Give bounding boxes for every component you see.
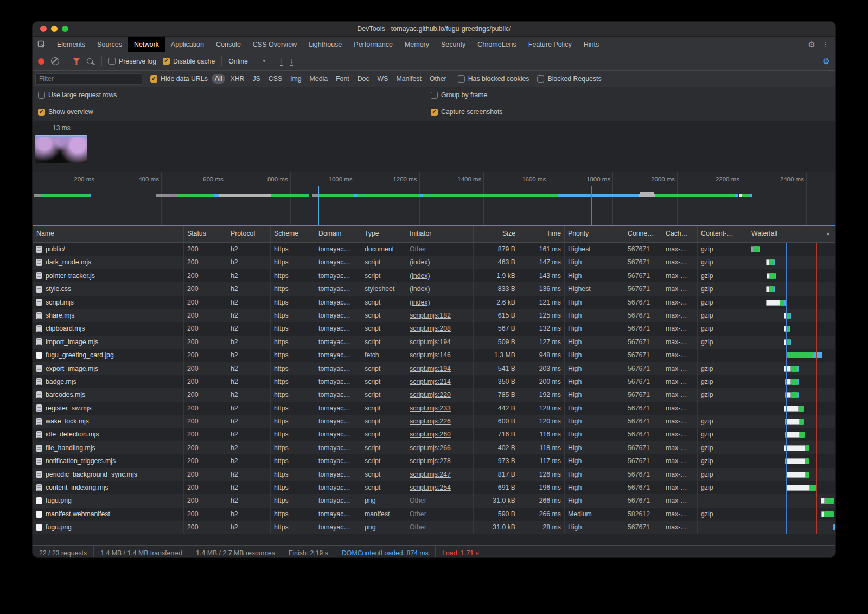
cell-name[interactable]: share.mjs (33, 309, 184, 322)
cell-name[interactable]: public/ (33, 243, 184, 256)
table-row[interactable]: script.mjs200h2httpstomayac…script(index… (33, 296, 835, 309)
cell-initiator[interactable]: (index) (406, 256, 474, 269)
cell-name[interactable]: periodic_background_sync.mjs (33, 468, 184, 481)
cell-name[interactable]: import_image.mjs (33, 336, 184, 349)
blocked-requests-checkbox-box[interactable] (537, 75, 544, 83)
cell-name[interactable]: pointer-tracker.js (33, 269, 184, 282)
table-row[interactable]: public/200h2httpstomayac…documentOther87… (33, 243, 835, 256)
preserve-log-checkbox[interactable]: Preserve log (108, 58, 156, 65)
column-header-content[interactable]: Content-… (698, 226, 748, 242)
column-header-name[interactable]: Name (33, 226, 184, 242)
cell-initiator[interactable]: script.mjs:182 (406, 309, 474, 322)
cell-name[interactable]: dark_mode.mjs (33, 256, 184, 269)
column-header-size[interactable]: Size (474, 226, 519, 242)
table-row[interactable]: barcodes.mjs200h2httpstomayac…scriptscri… (33, 388, 835, 401)
tab-hints[interactable]: Hints (578, 37, 605, 52)
cell-name[interactable]: content_indexing.mjs (33, 481, 184, 494)
cell-initiator[interactable]: script.mjs:254 (406, 481, 474, 494)
initiator-link[interactable]: script.mjs:194 (410, 365, 451, 372)
cell-name[interactable]: idle_detection.mjs (33, 428, 184, 441)
search-icon[interactable] (87, 58, 93, 64)
resource-filter-pill-other[interactable]: Other (426, 74, 450, 84)
cell-name[interactable]: fugu_greeting_card.jpg (33, 349, 184, 362)
filmstrip-screenshot-thumbnail[interactable] (35, 135, 87, 163)
cell-initiator[interactable]: script.mjs:194 (406, 336, 474, 349)
initiator-link[interactable]: script.mjs:220 (410, 391, 451, 398)
clear-log-icon[interactable] (51, 57, 59, 65)
table-row[interactable]: style.css200h2httpstomayac…stylesheet(in… (33, 282, 835, 295)
table-row[interactable]: pointer-tracker.js200h2httpstomayac…scri… (33, 269, 835, 282)
cell-name[interactable]: export_image.mjs (33, 362, 184, 375)
close-window-button[interactable] (40, 26, 47, 32)
column-header-priority[interactable]: Priority (565, 226, 624, 242)
table-row[interactable]: manifest.webmanifest200h2httpstomayac…ma… (33, 508, 835, 521)
cell-name[interactable]: file_handling.mjs (33, 441, 184, 454)
network-settings-gear-icon[interactable]: ⚙ (822, 57, 830, 66)
cell-initiator[interactable]: (index) (406, 282, 474, 295)
use-large-request-rows-checkbox[interactable]: Use large request rows (38, 91, 117, 99)
preserve-log-checkbox-box[interactable] (108, 58, 116, 65)
cell-initiator[interactable]: Other (406, 508, 474, 521)
initiator-link[interactable]: script.mjs:182 (410, 312, 451, 319)
table-row[interactable]: notification_triggers.mjs200h2httpstomay… (33, 454, 835, 467)
resource-filter-pill-js[interactable]: JS (249, 74, 263, 84)
resource-filter-pill-all[interactable]: All (212, 74, 226, 84)
column-header-cache[interactable]: Cach… (662, 226, 698, 242)
tab-performance[interactable]: Performance (348, 37, 399, 52)
more-options-kebab-icon[interactable]: ⋮ (822, 40, 829, 48)
tab-console[interactable]: Console (210, 37, 247, 52)
record-button[interactable] (38, 58, 44, 65)
column-header-connection[interactable]: Conne… (624, 226, 662, 242)
cell-initiator[interactable]: (index) (406, 269, 474, 282)
inspect-element-icon[interactable] (33, 37, 51, 52)
table-row[interactable]: export_image.mjs200h2httpstomayac…script… (33, 362, 835, 375)
column-header-protocol[interactable]: Protocol (227, 226, 271, 242)
tab-application[interactable]: Application (165, 37, 210, 52)
cell-name[interactable]: register_sw.mjs (33, 402, 184, 415)
table-row[interactable]: register_sw.mjs200h2httpstomayac…scripts… (33, 402, 835, 415)
table-row[interactable]: share.mjs200h2httpstomayac…scriptscript.… (33, 309, 835, 322)
cell-name[interactable]: style.css (33, 282, 184, 295)
export-har-icon[interactable]: ↓ (290, 57, 293, 66)
initiator-link[interactable]: (index) (410, 272, 430, 280)
resource-filter-pill-media[interactable]: Media (307, 74, 331, 84)
table-row[interactable]: content_indexing.mjs200h2httpstomayac…sc… (33, 481, 835, 494)
initiator-link[interactable]: script.mjs:260 (410, 431, 451, 438)
cell-name[interactable]: fugu.png (33, 494, 184, 507)
blocked-requests-checkbox[interactable]: Blocked Requests (537, 75, 601, 83)
tab-chromelens[interactable]: ChromeLens (471, 37, 522, 52)
initiator-link[interactable]: script.mjs:254 (410, 484, 451, 491)
has-blocked-cookies-checkbox-box[interactable] (458, 75, 465, 83)
table-row[interactable]: import_image.mjs200h2httpstomayac…script… (33, 336, 835, 349)
initiator-link[interactable]: script.mjs:278 (410, 457, 451, 465)
resource-filter-pill-doc[interactable]: Doc (354, 74, 373, 84)
initiator-link[interactable]: (index) (410, 285, 430, 293)
import-har-icon[interactable]: ↑ (280, 57, 284, 66)
column-header-scheme[interactable]: Scheme (271, 226, 315, 242)
show-overview-checkbox-box[interactable] (38, 109, 45, 116)
use-large-request-rows-checkbox-box[interactable] (38, 92, 45, 99)
resource-filter-pill-xhr[interactable]: XHR (227, 74, 247, 84)
cell-initiator[interactable]: Other (406, 521, 474, 534)
hide-data-urls-checkbox[interactable]: Hide data URLs (150, 75, 208, 83)
tab-feature-policy[interactable]: Feature Policy (522, 37, 578, 52)
table-row[interactable]: fugu.png200h2httpstomayac…pngOther31.0 k… (33, 494, 835, 507)
resource-filter-pill-css[interactable]: CSS (265, 74, 285, 84)
resource-filter-pill-font[interactable]: Font (333, 74, 353, 84)
column-header-initiator[interactable]: Initiator (406, 226, 474, 242)
cell-name[interactable]: manifest.webmanifest (33, 508, 184, 521)
cell-initiator[interactable]: script.mjs:220 (406, 388, 474, 401)
column-header-time[interactable]: Time (519, 226, 565, 242)
disable-cache-checkbox-box[interactable] (163, 58, 170, 65)
timeline-overview[interactable]: 200 ms400 ms600 ms800 ms1000 ms1200 ms14… (33, 172, 835, 225)
cell-name[interactable]: badge.mjs (33, 375, 184, 388)
column-header-type[interactable]: Type (361, 226, 406, 242)
column-header-waterfall[interactable]: Waterfall▲ (748, 226, 835, 242)
filter-input[interactable] (35, 73, 142, 85)
cell-initiator[interactable]: script.mjs:146 (406, 349, 474, 362)
filter-funnel-icon[interactable] (73, 58, 80, 65)
tab-lighthouse[interactable]: Lighthouse (303, 37, 348, 52)
hide-data-urls-checkbox-box[interactable] (150, 75, 157, 83)
tab-css-overview[interactable]: CSS Overview (247, 37, 303, 52)
initiator-link[interactable]: (index) (410, 299, 430, 306)
